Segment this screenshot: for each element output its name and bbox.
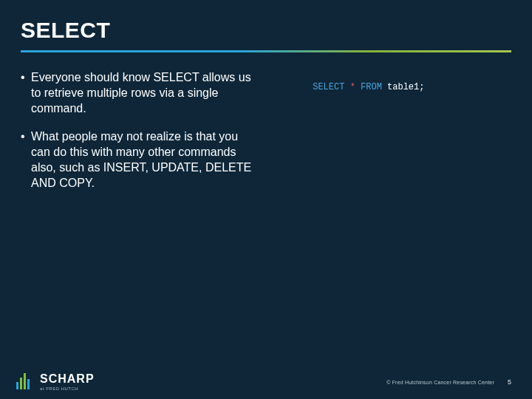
sql-identifier: table1: [387, 82, 419, 92]
logo-subtitle: at FRED HUTCH: [40, 386, 95, 391]
sql-semicolon: ;: [419, 82, 424, 92]
page-number: 5: [508, 378, 511, 386]
logo-name: SCHARP: [40, 373, 95, 385]
sql-star: *: [350, 82, 355, 92]
copyright-text: © Fred Hutchinson Cancer Research Center: [386, 380, 494, 385]
bullet-item: Everyone should know SELECT allows us to…: [21, 70, 257, 116]
sql-keyword-select: SELECT: [313, 82, 344, 92]
slide: SELECT Everyone should know SELECT allow…: [0, 0, 532, 399]
title-underline: [21, 50, 511, 52]
slide-title: SELECT: [21, 18, 511, 43]
footer: SCHARP at FRED HUTCH © Fred Hutchinson C…: [0, 365, 532, 399]
content-row: Everyone should know SELECT allows us to…: [21, 70, 511, 205]
bullet-item: What people may not realize is that you …: [21, 129, 257, 191]
logo: SCHARP at FRED HUTCH: [13, 372, 95, 392]
code-block: SELECT * FROM table1;: [281, 70, 424, 205]
sql-keyword-from: FROM: [361, 82, 382, 92]
logo-mark-icon: [13, 372, 34, 392]
bullet-list: Everyone should know SELECT allows us to…: [21, 70, 257, 205]
logo-text: SCHARP at FRED HUTCH: [40, 373, 95, 391]
